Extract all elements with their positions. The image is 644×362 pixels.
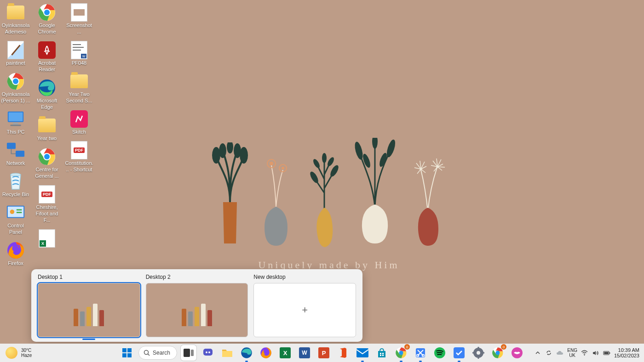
desktop-icon[interactable]: PDFCheshire, Fifoot and F... <box>31 185 63 223</box>
desktop-thumbnail[interactable] <box>38 283 140 337</box>
word-button[interactable]: W <box>297 345 312 361</box>
desktop-icon[interactable]: Acrobat Reader <box>31 40 63 73</box>
app-paint-icon <box>6 40 25 60</box>
desktop-icon[interactable]: Firefox <box>0 241 31 266</box>
search-input[interactable]: Search <box>138 346 177 360</box>
start-button[interactable] <box>119 345 135 361</box>
svg-rect-29 <box>16 151 24 157</box>
desktop-icon[interactable]: Microsoft Edge <box>31 78 63 110</box>
search-placeholder: Search <box>153 350 170 356</box>
svg-point-39 <box>44 10 50 15</box>
chat-button[interactable] <box>200 345 216 361</box>
desktop-icon[interactable]: PDFConstitution... - Shortcut <box>63 141 95 173</box>
new-desktop[interactable]: New desktop+ <box>253 274 356 337</box>
svg-point-53 <box>208 351 210 353</box>
new-desktop-button[interactable]: + <box>253 283 356 337</box>
badge: 0 <box>404 344 410 350</box>
sync-icon[interactable] <box>545 349 552 356</box>
excel-button[interactable]: X <box>277 345 293 361</box>
app-excel-icon: X <box>37 229 57 248</box>
svg-rect-57 <box>380 353 381 354</box>
todo-icon <box>454 347 465 358</box>
svg-rect-44 <box>122 348 126 352</box>
language-indicator[interactable]: ENGUK <box>567 348 577 358</box>
desktop-icon[interactable]: Skitch <box>63 109 95 135</box>
edge-button[interactable] <box>239 345 254 361</box>
icon-label: paintinet <box>5 60 26 66</box>
todo-button[interactable] <box>451 345 467 361</box>
pdf-icon: PDF <box>37 185 57 204</box>
desktop-icon[interactable]: Year two <box>31 116 63 141</box>
snip-button[interactable] <box>413 345 428 361</box>
lips-button[interactable] <box>509 345 525 361</box>
folder-icon <box>37 116 57 135</box>
desktop-thumbnail[interactable] <box>146 283 248 337</box>
icon-label: Microsoft Edge <box>31 97 63 110</box>
chrome-button[interactable]: 0 <box>393 345 409 361</box>
store-icon <box>376 347 387 358</box>
icon-label: Network <box>6 160 26 166</box>
volume-icon[interactable] <box>592 349 599 356</box>
desktop-icon[interactable]: Recycle Bin <box>0 172 31 198</box>
tray-chevron-icon[interactable] <box>534 349 541 356</box>
svg-rect-56 <box>356 348 368 357</box>
mail-button[interactable] <box>355 345 370 361</box>
svg-point-33 <box>10 209 15 214</box>
store-button[interactable] <box>374 345 390 361</box>
app-chrome-icon <box>37 3 57 22</box>
battery-icon[interactable] <box>603 349 610 356</box>
desktop-label: Desktop 2 <box>146 274 248 280</box>
svg-rect-27 <box>11 124 21 126</box>
svg-rect-35 <box>17 212 22 213</box>
desktop-icon[interactable]: paintinet <box>0 40 31 66</box>
desktop-icon[interactable]: Network <box>0 141 31 166</box>
clock[interactable]: 10:39 AM15/02/2023 <box>614 347 639 358</box>
desktop-icon[interactable]: X <box>31 229 63 248</box>
icon-label: Cheshire, Fifoot and F... <box>31 204 63 223</box>
svg-rect-28 <box>7 143 16 149</box>
virtual-desktop[interactable]: Desktop 2 <box>146 274 248 337</box>
firefox-button[interactable] <box>258 345 274 361</box>
svg-point-23 <box>13 79 18 84</box>
svg-rect-71 <box>478 356 479 359</box>
desktop-icon[interactable]: Oyinkansola (Person 1) ... <box>0 72 31 104</box>
onedrive-icon[interactable] <box>556 349 564 356</box>
desktop-icon[interactable]: Screenshot ... <box>63 3 95 35</box>
wifi-icon[interactable] <box>581 349 588 356</box>
settings-button[interactable] <box>471 345 486 361</box>
powerpoint-button[interactable]: P <box>316 345 332 361</box>
desktop-icon[interactable]: Year Two Second S... <box>63 72 95 104</box>
file-explorer-button[interactable] <box>219 345 235 361</box>
task-view-button[interactable] <box>181 345 196 361</box>
svg-rect-34 <box>17 209 22 210</box>
desktop-icon[interactable]: ▬▬▬▬▬▬▬▬▬▬WPF048 <box>63 40 95 66</box>
taskview-icon <box>183 348 194 357</box>
weather-icon <box>6 347 17 359</box>
desktop-icon[interactable]: Control Panel <box>0 203 31 235</box>
office-button[interactable] <box>335 345 351 361</box>
chrome-2-button[interactable]: 0 <box>490 345 506 361</box>
spotify-icon <box>434 347 446 359</box>
weather-widget[interactable]: 30°C Haze <box>6 347 32 359</box>
badge: 0 <box>501 344 506 350</box>
svg-rect-45 <box>127 348 132 352</box>
icon-label: Recycle Bin <box>1 191 30 198</box>
task-view-popup: Desktop 1Desktop 2New desktop+ <box>31 269 362 342</box>
desktop-icon[interactable]: Google Chrome <box>31 3 63 35</box>
chat-icon <box>202 347 213 358</box>
ppt-icon: P <box>318 347 329 358</box>
icon-label: Screenshot ... <box>63 22 95 35</box>
virtual-desktop[interactable]: Desktop 1 <box>38 274 140 337</box>
svg-rect-26 <box>13 123 18 125</box>
desktop-icon[interactable]: This PC <box>0 109 31 135</box>
app-firefox-icon <box>6 241 25 260</box>
icon-label: Oyinkansola (Person 1) ... <box>0 91 31 104</box>
desktop-icon[interactable]: Oyinkansola Ademeso <box>0 3 31 35</box>
mail-icon <box>356 348 368 357</box>
svg-rect-46 <box>122 353 126 357</box>
spotify-button[interactable] <box>432 345 448 361</box>
svg-rect-67 <box>454 347 465 358</box>
app-chrome-icon <box>6 72 25 91</box>
word-icon: W <box>299 347 310 358</box>
desktop-icon[interactable]: Centre for General ... <box>31 147 63 179</box>
